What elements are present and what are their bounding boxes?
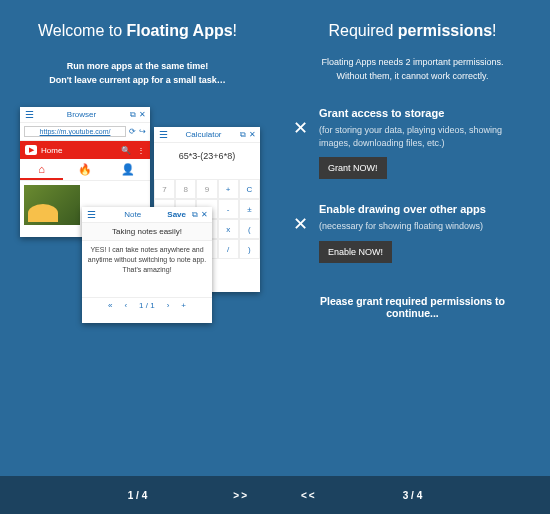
browser-title: Browser <box>36 110 127 119</box>
maximize-icon: ⧉ <box>192 210 198 220</box>
grant-storage-button[interactable]: Grant NOW! <box>319 157 387 179</box>
calc-key: ( <box>239 219 260 239</box>
search-icon: 🔍 <box>121 146 131 155</box>
note-next-icon: › <box>164 301 173 310</box>
video-thumbnail <box>24 185 80 225</box>
note-first-icon: « <box>105 301 115 310</box>
youtube-tabs: ⌂ 🔥 👤 <box>20 159 150 181</box>
note-title-field: Taking notes easily! <box>82 223 212 241</box>
perm-overlay-desc: (necessary for showing floating windows) <box>319 220 532 233</box>
tagline: Run more apps at the same time! Don't le… <box>18 60 257 87</box>
calc-title: Calculator <box>170 130 237 139</box>
calc-key: 8 <box>175 179 196 199</box>
note-pager: 1 / 1 <box>136 301 158 310</box>
note-add-icon: + <box>178 301 189 310</box>
close-icon: ✕ <box>249 130 256 139</box>
trending-tab-icon: 🔥 <box>63 159 106 180</box>
enable-overlay-button[interactable]: Enable NOW! <box>319 241 392 263</box>
calc-key: - <box>218 199 239 219</box>
menu-icon: ☰ <box>24 109 34 120</box>
calc-key: / <box>218 239 239 259</box>
calc-key: 9 <box>196 179 217 199</box>
note-header: ☰ Note Save ⧉ ✕ <box>82 207 212 223</box>
youtube-topbar: ▶ Home 🔍 ⋮ <box>20 141 150 159</box>
close-icon: ✕ <box>139 110 146 119</box>
calc-header: ☰ Calculator ⧉ ✕ <box>154 127 260 143</box>
kebab-icon: ⋮ <box>137 146 145 155</box>
permission-storage: ✕ Grant access to storage (for storing y… <box>293 107 532 179</box>
note-title: Note <box>98 210 167 219</box>
maximize-icon: ⧉ <box>130 110 136 120</box>
mockup-area: ☰ Browser ⧉ ✕ https://m.youtube.com/ ⟳ ↪… <box>14 107 262 377</box>
forward-icon: ↪ <box>139 127 146 136</box>
permissions-title: Required permissions! <box>293 22 532 40</box>
youtube-home-label: Home <box>41 146 62 155</box>
calc-key: C <box>239 179 260 199</box>
calc-key: ± <box>239 199 260 219</box>
calc-key: x <box>218 219 239 239</box>
note-body-field: YES! I can take notes anywhere and anyti… <box>82 241 212 297</box>
home-tab-icon: ⌂ <box>20 159 63 180</box>
url-input: https://m.youtube.com/ <box>24 126 126 137</box>
save-button: Save <box>167 210 186 219</box>
footer-right: << 3 / 4 <box>275 476 550 514</box>
footer-left: 1 / 4 >> <box>0 476 275 514</box>
next-button[interactable]: >> <box>233 490 249 501</box>
browser-header: ☰ Browser ⧉ ✕ <box>20 107 150 123</box>
youtube-logo-icon: ▶ <box>25 145 37 155</box>
perm-storage-desc: (for storing your data, playing videos, … <box>319 124 532 149</box>
permissions-subtitle: Floating Apps needs 2 important permissi… <box>293 56 532 83</box>
calc-key: 7 <box>154 179 175 199</box>
url-bar: https://m.youtube.com/ ⟳ ↪ <box>20 123 150 141</box>
page-indicator: 1 / 4 <box>128 490 147 501</box>
status-denied-icon: ✕ <box>293 117 309 139</box>
page-indicator: 3 / 4 <box>403 490 422 501</box>
mock-note-window: ☰ Note Save ⧉ ✕ Taking notes easily! YES… <box>82 207 212 323</box>
close-icon: ✕ <box>201 210 208 219</box>
status-denied-icon: ✕ <box>293 213 309 235</box>
calc-key: ) <box>239 239 260 259</box>
permission-overlay: ✕ Enable drawing over other apps (necess… <box>293 203 532 263</box>
perm-overlay-title: Enable drawing over other apps <box>319 203 532 215</box>
calc-display: 65*3-(23+6*8) <box>154 143 260 179</box>
calc-key: + <box>218 179 239 199</box>
refresh-icon: ⟳ <box>129 127 136 136</box>
maximize-icon: ⧉ <box>240 130 246 140</box>
menu-icon: ☰ <box>158 129 168 140</box>
note-toolbar: « ‹ 1 / 1 › + <box>82 297 212 313</box>
prev-button[interactable]: << <box>301 490 317 501</box>
welcome-title: Welcome to Floating Apps! <box>18 22 257 40</box>
perm-storage-title: Grant access to storage <box>319 107 532 119</box>
note-prev-icon: ‹ <box>121 301 130 310</box>
account-tab-icon: 👤 <box>107 159 150 180</box>
menu-icon: ☰ <box>86 209 96 220</box>
continue-prompt: Please grant required permissions to con… <box>293 295 532 319</box>
